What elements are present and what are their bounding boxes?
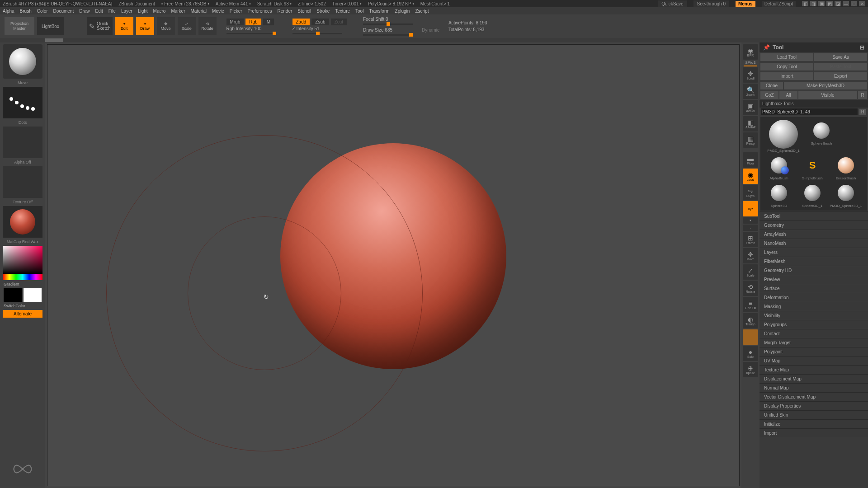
tool-section-displacement-map[interactable]: Displacement Map: [760, 374, 868, 383]
xyz-button[interactable]: Xyz: [743, 201, 758, 216]
tool-section-visibility[interactable]: Visibility: [760, 311, 868, 320]
dynamic-label[interactable]: Dynamic: [422, 28, 439, 33]
move-tool-button[interactable]: ✥Move: [743, 248, 758, 263]
alternate-button[interactable]: Alternate: [3, 310, 42, 318]
save-as-button[interactable]: Save As: [814, 53, 867, 61]
window-button-2[interactable]: ◨: [810, 1, 816, 6]
menu-picker[interactable]: Picker: [230, 9, 242, 14]
m-button[interactable]: M: [263, 19, 274, 25]
rgb-button[interactable]: Rgb: [245, 19, 261, 25]
secondary-color-swatch[interactable]: [4, 288, 22, 302]
collapse-icon[interactable]: ⊟: [860, 44, 864, 51]
color-picker[interactable]: [3, 246, 42, 280]
tool-section-unified-skin[interactable]: Unified Skin: [760, 410, 868, 419]
tool-section-layers[interactable]: Layers: [760, 248, 868, 257]
tool-section-uv-map[interactable]: UV Map: [760, 356, 868, 365]
tool-section-initialize[interactable]: Initialize: [760, 419, 868, 428]
window-button-3[interactable]: ▣: [818, 1, 825, 6]
zadd-button[interactable]: Zadd: [292, 19, 310, 25]
frame-button[interactable]: ⊞Frame: [743, 232, 758, 247]
tool-item-pm3d-2[interactable]: PM3D_Sphere3D_1: [830, 182, 862, 208]
seethrough-slider[interactable]: See-through 0: [693, 0, 729, 7]
texture-preview[interactable]: [3, 166, 42, 198]
tool-section-preview[interactable]: Preview: [760, 275, 868, 284]
linefill-button[interactable]: ≡Line Fill: [743, 297, 758, 312]
maximize-button[interactable]: □: [851, 1, 857, 6]
load-tool-button[interactable]: Load Tool: [760, 53, 813, 61]
aahalf-button[interactable]: ◧AAHalf: [743, 116, 758, 131]
tool-section-subtool[interactable]: SubTool: [760, 211, 868, 221]
tool-section-fibermesh[interactable]: FiberMesh: [760, 257, 868, 266]
menu-alpha[interactable]: Alpha: [3, 9, 14, 14]
xpose-button[interactable]: ⊕Xpose: [743, 362, 758, 377]
import-button[interactable]: Import: [760, 72, 813, 80]
window-button-1[interactable]: ◧: [802, 1, 808, 6]
tool-item-simplebrush[interactable]: S SimpleBrush: [797, 155, 828, 180]
scroll-button[interactable]: ✥Scroll: [743, 67, 758, 83]
scale-tool-button[interactable]: ⤢Scale: [743, 264, 758, 280]
tool-section-import[interactable]: Import: [760, 428, 868, 437]
copy-tool-button[interactable]: Copy Tool: [760, 63, 813, 70]
menu-file[interactable]: File: [108, 9, 116, 14]
horizontal-scroll[interactable]: [0, 38, 868, 42]
menus-button[interactable]: Menus: [736, 1, 755, 7]
menu-marker[interactable]: Marker: [171, 9, 185, 14]
menu-stroke[interactable]: Stroke: [316, 9, 330, 14]
tool-section-contact[interactable]: Contact: [760, 329, 868, 338]
menu-light[interactable]: Light: [138, 9, 148, 14]
tool-section-geometry[interactable]: Geometry: [760, 221, 868, 230]
actual-button[interactable]: ▣Actual: [743, 100, 758, 115]
quicksave-button[interactable]: QuickSave: [658, 0, 687, 7]
tool-section-arraymesh[interactable]: ArrayMesh: [760, 230, 868, 239]
tool-section-masking[interactable]: Masking: [760, 302, 868, 311]
scale-button[interactable]: ⤢Scale: [178, 17, 196, 35]
bpr-button[interactable]: ◉BPR: [743, 44, 758, 60]
tool-section-vector-displacement-map[interactable]: Vector Displacement Map: [760, 392, 868, 401]
edit-button[interactable]: ✦Edit: [115, 17, 133, 35]
menu-texture[interactable]: Texture: [335, 9, 350, 14]
rgb-intensity-slider[interactable]: Rgb Intensity 100: [226, 26, 276, 31]
menu-zplugin[interactable]: Zplugin: [395, 9, 410, 14]
floor-button[interactable]: ▬Floor: [743, 152, 758, 168]
switchcolor-button[interactable]: SwitchColor: [2, 304, 25, 308]
menu-material[interactable]: Material: [191, 9, 207, 14]
tool-section-texture-map[interactable]: Texture Map: [760, 365, 868, 374]
viewport-canvas[interactable]: ↻: [47, 44, 740, 486]
clone-button[interactable]: Clone: [760, 82, 783, 89]
alpha-preview[interactable]: [3, 127, 42, 158]
z-toggle[interactable]: ◦: [743, 225, 758, 231]
brush-preview[interactable]: [3, 44, 42, 79]
tool-panel-header[interactable]: 📌 Tool ⊟: [760, 42, 868, 52]
ghost-button[interactable]: Ghost: [743, 329, 758, 345]
zsub-button[interactable]: Zsub: [311, 19, 329, 25]
menu-movie[interactable]: Movie: [212, 9, 224, 14]
focal-shift-slider[interactable]: Focal Shift 0: [363, 17, 413, 22]
tool-section-nanomesh[interactable]: NanoMesh: [760, 239, 868, 248]
local-button[interactable]: ◉Local: [743, 169, 758, 184]
lightbox-button[interactable]: LightBox: [37, 17, 64, 35]
minimize-button[interactable]: —: [843, 1, 849, 6]
tool-section-morph-target[interactable]: Morph Target: [760, 338, 868, 347]
goz-r-button[interactable]: R: [858, 91, 867, 99]
menu-zscript[interactable]: Zscript: [415, 9, 429, 14]
menu-edit[interactable]: Edit: [95, 9, 103, 14]
tool-item-pm3d[interactable]: PM3D_Sphere3D_1: [763, 120, 804, 153]
rotate-button[interactable]: ⟲Rotate: [198, 17, 217, 35]
zcut-button[interactable]: Zcut: [331, 19, 347, 25]
menu-transform[interactable]: Transform: [369, 9, 389, 14]
menu-layer[interactable]: Layer: [121, 9, 132, 14]
goz-button[interactable]: GoZ: [760, 91, 778, 99]
quicksketch-button[interactable]: ✎ Quick Sketch: [87, 17, 113, 35]
menu-preferences[interactable]: Preferences: [248, 9, 272, 14]
tool-section-polypaint[interactable]: Polypaint: [760, 347, 868, 356]
lsym-button[interactable]: ⇋LSym: [743, 185, 758, 200]
tool-item-eraserbrush[interactable]: EraserBrush: [830, 155, 862, 180]
menu-draw[interactable]: Draw: [79, 9, 90, 14]
menu-stencil[interactable]: Stencil: [297, 9, 311, 14]
tool-section-polygroups[interactable]: Polygroups: [760, 320, 868, 329]
rotate-tool-button[interactable]: ⟲Rotate: [743, 281, 758, 296]
spix-slider[interactable]: SPix 3: [745, 61, 755, 65]
menu-color[interactable]: Color: [37, 9, 48, 14]
y-toggle[interactable]: ▾: [743, 217, 758, 224]
tool-section-deformation[interactable]: Deformation: [760, 293, 868, 302]
